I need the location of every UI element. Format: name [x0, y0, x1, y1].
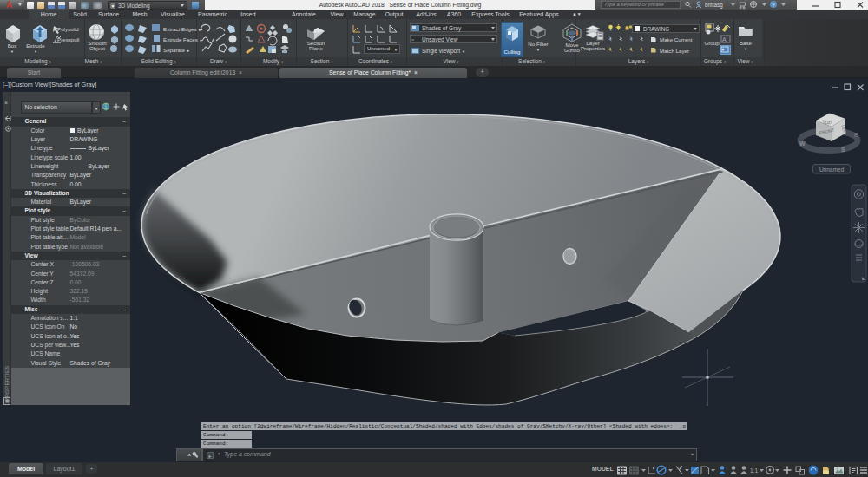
svg-text:1:1: 1:1 [750, 467, 758, 474]
svg-text:Unnamed: Unnamed [819, 167, 845, 173]
svg-text:E: E [854, 132, 858, 138]
svg-text:?: ? [772, 2, 775, 8]
svg-text:≈: ≈ [411, 37, 415, 42]
svg-text:brittasg: brittasg [705, 2, 723, 9]
svg-text:A: A [722, 36, 727, 42]
svg-text:W: W [799, 140, 806, 147]
svg-text:S: S [841, 147, 845, 153]
